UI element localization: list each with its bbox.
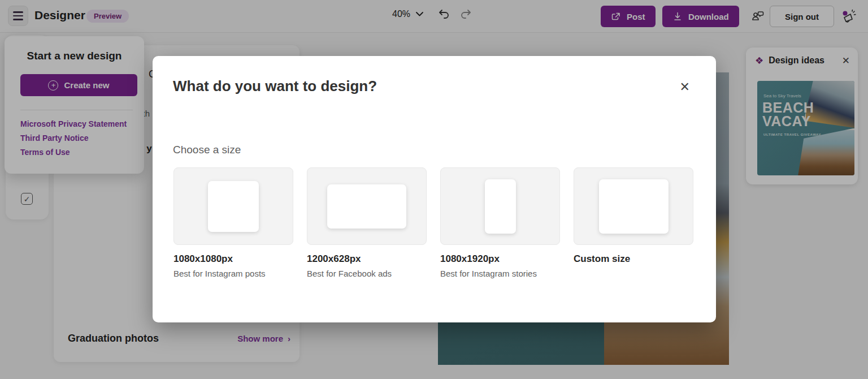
choose-size-heading: Choose a size xyxy=(173,144,241,156)
size-description: Best for Instagram stories xyxy=(440,269,560,278)
landscape-aspect-icon xyxy=(327,184,406,229)
size-options-row: 1080x1080px Best for Instagram posts 120… xyxy=(173,167,693,278)
size-preview xyxy=(440,167,560,245)
new-design-modal: What do you want to design? ✕ Choose a s… xyxy=(153,56,716,322)
size-preview xyxy=(574,167,693,245)
designer-app: Designer Preview 40% Post xyxy=(0,0,868,379)
size-option-custom[interactable]: Custom size xyxy=(574,167,693,278)
size-preview xyxy=(307,167,427,245)
size-option-1080x1080[interactable]: 1080x1080px Best for Instagram posts xyxy=(173,167,293,278)
size-option-1200x628[interactable]: 1200x628px Best for Facebook ads xyxy=(307,167,427,278)
size-description: Best for Facebook ads xyxy=(307,269,427,278)
size-label: Custom size xyxy=(574,253,693,265)
square-aspect-icon xyxy=(208,181,259,232)
size-description: Best for Instagram posts xyxy=(173,269,293,278)
custom-aspect-icon xyxy=(599,179,669,234)
modal-title: What do you want to design? xyxy=(173,77,377,95)
size-label: 1200x628px xyxy=(307,253,427,265)
close-icon[interactable]: ✕ xyxy=(680,81,690,93)
size-label: 1080x1920px xyxy=(440,253,560,265)
size-label: 1080x1080px xyxy=(173,253,293,265)
size-option-1080x1920[interactable]: 1080x1920px Best for Instagram stories xyxy=(440,167,560,278)
portrait-aspect-icon xyxy=(485,179,516,234)
size-preview xyxy=(173,167,293,245)
